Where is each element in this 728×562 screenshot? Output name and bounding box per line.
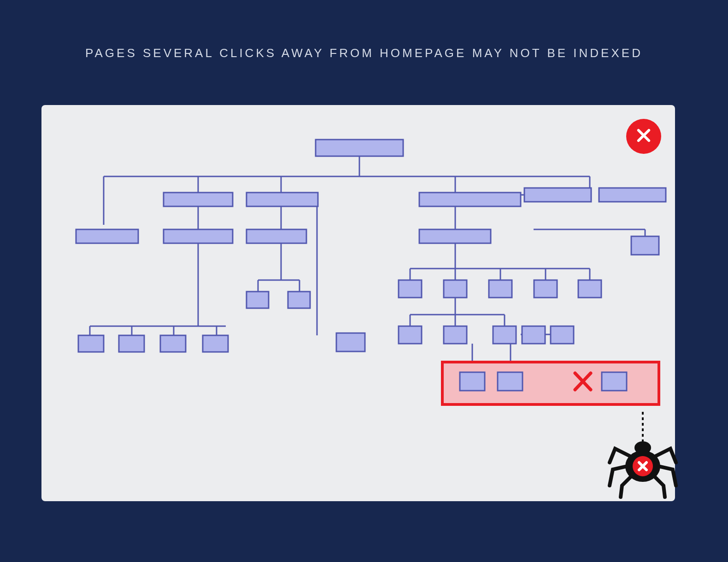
node-l1: [599, 188, 666, 202]
node-l3: [444, 280, 467, 298]
node-deep: [460, 372, 485, 391]
node-root: [316, 140, 403, 156]
node-l3: [288, 292, 310, 308]
node-l4: [399, 326, 422, 344]
tree-nodes: [76, 140, 666, 352]
node-l2: [164, 229, 233, 243]
spider-crawler-icon: [601, 412, 684, 506]
node-l2: [419, 229, 491, 243]
node-l4: [444, 326, 467, 344]
node-l4: [336, 333, 365, 351]
node-deep: [498, 372, 523, 391]
node-deep: [602, 372, 627, 391]
node-l3: [489, 280, 512, 298]
node-l4: [203, 335, 228, 352]
node-l4: [78, 335, 104, 352]
node-l2: [76, 229, 138, 243]
site-tree-diagram: [41, 105, 675, 501]
node-l3: [534, 280, 557, 298]
node-l2: [631, 236, 659, 255]
node-l4: [160, 335, 186, 352]
node-l1: [164, 193, 233, 206]
node-l1: [524, 188, 591, 202]
node-l2: [247, 229, 306, 243]
node-l3: [578, 280, 601, 298]
node-l3: [399, 280, 422, 298]
node-l4: [493, 326, 516, 344]
diagram-panel: [41, 105, 675, 501]
node-l4: [119, 335, 144, 352]
node-l1: [419, 193, 521, 206]
diagram-title: PAGES SEVERAL CLICKS AWAY FROM HOMEPAGE …: [0, 0, 728, 60]
node-l1: [247, 193, 318, 206]
svg-point-3: [634, 441, 651, 454]
node-l4: [551, 326, 574, 344]
node-l4: [522, 326, 545, 344]
node-l3: [247, 292, 269, 308]
not-indexed-region: [442, 362, 659, 404]
